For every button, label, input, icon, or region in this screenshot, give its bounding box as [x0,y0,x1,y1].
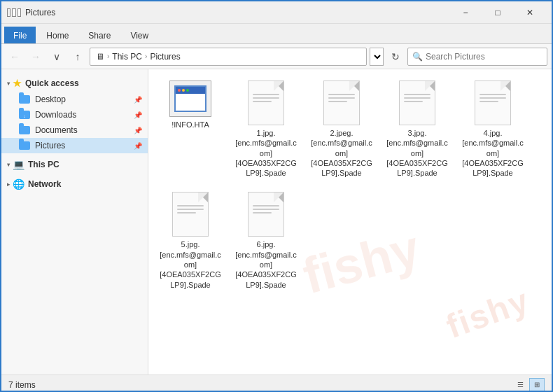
ribbon-tabs: File Home Share View [1,24,552,43]
sidebar-item-pictures[interactable]: Pictures 📌 [1,138,148,153]
file-item-6[interactable]: 6.jpg.[enc.mfs@gmail.com][4OEA035XF2CGLP… [231,188,301,293]
pin-icon-dl: 📌 [134,111,142,119]
tab-share[interactable]: Share [79,27,120,43]
maximize-button[interactable]: □ [482,1,514,24]
pin-icon-pics: 📌 [134,142,142,150]
sidebar-item-pictures-label: Pictures [35,141,65,150]
doc-file-icon-6 [248,192,284,237]
refresh-button[interactable]: ↻ [386,48,405,66]
tab-file[interactable]: File [4,27,36,43]
window-controls: − □ ✕ [449,1,546,24]
network-icon: 🌐 [13,178,24,190]
file-item-2[interactable]: 2.jpeg.[enc.mfs@gmail.com][4OEA035XF2CGL… [307,76,377,182]
this-pc-section: ▾ 💻 This PC [1,156,148,173]
sidebar-item-downloads-label: Downloads [35,110,76,120]
search-icon: 🔍 [412,52,423,62]
address-path[interactable]: 🖥 › This PC › Pictures [90,48,367,66]
file-name-6: 6.jpg.[enc.mfs@gmail.com][4OEA035XF2CGLP… [234,239,298,289]
back-button[interactable]: ← [6,48,24,66]
search-input[interactable] [426,52,542,62]
network-header[interactable]: ▸ 🌐 Network [1,176,148,192]
file-item-4[interactable]: 4.jpg.[enc.mfs@gmail.com][4OEA035XF2CGLP… [458,76,528,182]
network-arrow: ▸ [7,181,10,188]
file-item-hta[interactable]: !INFO.HTA [155,76,225,182]
doc-file-icon-4 [475,80,511,125]
file-name-hta: !INFO.HTA [172,120,209,130]
network-label: Network [28,179,61,189]
up-button[interactable]: ↑ [69,48,87,66]
file-name-1: 1.jpg.[enc.mfs@gmail.com][4OEA035XF2CGLP… [234,128,298,178]
address-icon: 🖥 [96,52,104,62]
file-name-3: 3.jpg.[enc.mfs@gmail.com][4OEA035XF2CGLP… [385,128,449,178]
window-title: Pictures [25,8,449,18]
star-icon: ★ [13,78,22,89]
doc-file-icon-2 [323,80,360,125]
sidebar-item-documents-label: Documents [35,125,78,135]
pin-icon: 📌 [134,96,142,104]
address-bar: ← → ∨ ↑ 🖥 › This PC › Pictures ▼ ↻ 🔍 [1,44,552,69]
view-buttons: ☰ ⊞ [512,378,545,392]
folder-desktop-icon [18,94,31,104]
hta-file-icon [169,80,211,117]
path-this-pc[interactable]: This PC [112,52,142,62]
quick-access-label: Quick access [25,78,79,88]
ribbon: File Home Share View [1,24,552,44]
this-pc-label: This PC [28,160,59,169]
file-item-3[interactable]: 3.jpg.[enc.mfs@gmail.com][4OEA035XF2CGLP… [382,76,452,182]
quick-access-section: ▾ ★ Quick access Desktop 📌 ↓ Downloads � [1,75,148,153]
folder-downloads-icon: ↓ [18,110,31,120]
file-name-5: 5.jpg.[enc.mfs@gmail.com][4OEA035XF2CGLP… [158,239,223,289]
sidebar: ▾ ★ Quick access Desktop 📌 ↓ Downloads � [1,69,148,374]
tab-home[interactable]: Home [37,27,78,43]
file-area: fishy fishy !INFO.HTA [148,69,552,374]
this-pc-arrow: ▾ [7,162,10,168]
tab-view[interactable]: View [121,27,158,43]
dropdown-button[interactable]: ∨ [48,48,66,66]
item-count: 7 items [8,380,36,390]
quick-access-header[interactable]: ▾ ★ Quick access [1,75,148,92]
window-icon [7,7,21,18]
status-bar: 7 items ☰ ⊞ [1,374,552,392]
close-button[interactable]: ✕ [514,1,546,24]
chevron-icon: › [107,52,109,60]
network-section: ▸ 🌐 Network [1,176,148,192]
pc-icon: 💻 [13,159,24,170]
title-bar: Pictures − □ ✕ [1,1,552,24]
file-item-5[interactable]: 5.jpg.[enc.mfs@gmail.com][4OEA035XF2CGLP… [155,188,225,293]
doc-file-icon-5 [172,192,209,237]
main-area: ▾ ★ Quick access Desktop 📌 ↓ Downloads � [1,69,552,374]
expand-arrow: ▾ [7,80,10,87]
sidebar-item-documents[interactable]: Documents 📌 [1,122,148,138]
sidebar-item-desktop[interactable]: Desktop 📌 [1,92,148,107]
this-pc-header[interactable]: ▾ 💻 This PC [1,156,148,173]
pin-icon-docs: 📌 [134,127,142,134]
minimize-button[interactable]: − [449,1,482,24]
sidebar-item-downloads[interactable]: ↓ Downloads 📌 [1,107,148,122]
grid-view-button[interactable]: ⊞ [529,378,545,392]
file-grid: !INFO.HTA 1.jpg.[enc.mfs@gmail.com][4OEA… [155,76,545,294]
list-view-button[interactable]: ☰ [512,378,528,392]
path-pictures[interactable]: Pictures [150,52,180,62]
address-dropdown[interactable]: ▼ [370,48,384,66]
doc-file-icon-3 [399,80,435,125]
search-box: 🔍 [407,48,547,66]
file-item-1[interactable]: 1.jpg.[enc.mfs@gmail.com][4OEA035XF2CGLP… [231,76,301,182]
doc-file-icon-1 [248,80,284,125]
folder-pictures-icon [18,141,31,150]
file-name-2: 2.jpeg.[enc.mfs@gmail.com][4OEA035XF2CGL… [309,128,374,178]
file-name-4: 4.jpg.[enc.mfs@gmail.com][4OEA035XF2CGLP… [461,128,525,178]
folder-documents-icon [18,125,31,135]
chevron-icon-2: › [145,52,147,60]
sidebar-item-desktop-label: Desktop [35,94,66,104]
forward-button[interactable]: → [27,48,45,66]
